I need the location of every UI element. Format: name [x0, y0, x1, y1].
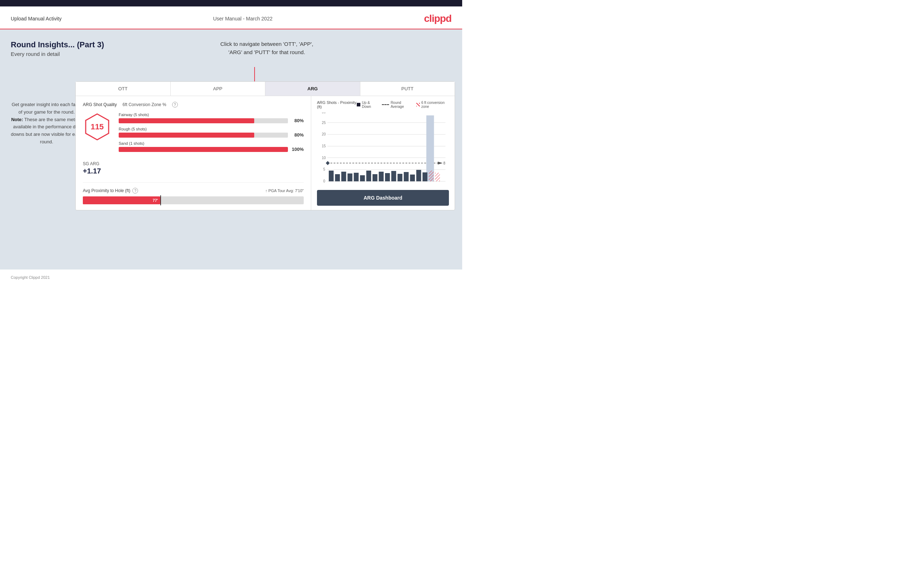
svg-rect-31	[385, 173, 390, 181]
svg-text:0: 0	[323, 179, 325, 183]
tab-app[interactable]: APP	[171, 82, 266, 96]
tab-putt[interactable]: PUTT	[360, 82, 455, 96]
top-bar	[0, 0, 462, 6]
svg-rect-24	[341, 172, 346, 181]
hex-container: 115 Fairway (5 shots) 80%	[83, 113, 304, 156]
main-content: Round Insights... (Part 3) Every round i…	[0, 29, 462, 269]
svg-rect-29	[373, 174, 378, 181]
svg-rect-22	[329, 171, 334, 181]
nav-hint-line1: Click to navigate between 'OTT', 'APP',	[221, 41, 313, 47]
bar-pct-rough: 80%	[291, 132, 304, 138]
svg-text:15: 15	[322, 144, 326, 148]
tab-bar: OTT APP ARG PUTT	[76, 82, 455, 96]
arg-dashboard-button[interactable]: ARG Dashboard	[317, 190, 449, 206]
nav-hint: Click to navigate between 'OTT', 'APP', …	[221, 40, 313, 56]
logo: clippd	[424, 13, 451, 24]
header: Upload Manual Activity User Manual - Mar…	[0, 6, 462, 29]
bar-label-fairway: Fairway (5 shots)	[119, 113, 304, 117]
bar-label-sand: Sand (1 shots)	[119, 141, 304, 145]
tab-arg[interactable]: ARG	[265, 82, 360, 96]
sg-value: +1.17	[83, 167, 304, 175]
legend-roundavg: Round Average	[382, 101, 412, 109]
bar-fill-rough	[119, 132, 254, 138]
bar-fill-fairway	[119, 118, 254, 123]
pga-avg: ↑ PGA Tour Avg: 7'10"	[265, 189, 304, 193]
sg-label: SG ARG	[83, 161, 304, 166]
left-description: Get greater insight into each facet of y…	[11, 101, 82, 146]
svg-rect-36	[416, 170, 421, 181]
svg-rect-27	[360, 175, 365, 181]
bar-row-sand: Sand (1 shots) 100%	[119, 141, 304, 152]
svg-rect-23	[335, 174, 340, 181]
doc-title: User Manual - March 2022	[213, 16, 273, 21]
proximity-bar-track: 77'	[83, 197, 304, 204]
left-desc-text1: Get greater insight into each facet of y…	[11, 102, 81, 115]
svg-text:25: 25	[322, 121, 326, 125]
bar-pct-sand: 100%	[291, 147, 304, 152]
proximity-title: Avg Proximity to Hole (ft)	[83, 188, 130, 193]
left-panel: ARG Shot Quality 6ft Conversion Zone % ?…	[76, 96, 311, 210]
upload-label: Upload Manual Activity	[11, 16, 62, 21]
svg-rect-33	[397, 174, 403, 181]
proximity-bar-value: 77'	[153, 198, 158, 203]
panel-subtitle: 6ft Conversion Zone %	[123, 102, 166, 107]
svg-text:20: 20	[322, 132, 326, 136]
svg-marker-19	[438, 162, 443, 164]
proximity-help-icon[interactable]: ?	[132, 188, 138, 193]
svg-rect-25	[347, 174, 352, 181]
svg-rect-41	[326, 161, 330, 165]
bar-bg-sand	[119, 147, 288, 152]
bar-fill-sand	[119, 147, 288, 152]
bar-row-rough: Rough (5 shots) 80%	[119, 127, 304, 138]
svg-rect-28	[367, 171, 372, 181]
legend-conversion-label: 6 ft conversion zone	[421, 101, 449, 109]
bar-pct-fairway: 80%	[291, 118, 304, 123]
panel-title: ARG Shot Quality	[83, 102, 117, 107]
nav-hint-line2: 'ARG' and 'PUTT' for that round.	[228, 49, 305, 55]
left-desc-note: Note:	[11, 117, 23, 122]
svg-rect-30	[379, 172, 384, 181]
svg-rect-40	[435, 173, 440, 181]
bar-track-rough: 80%	[119, 132, 304, 138]
proximity-cursor	[160, 195, 161, 205]
svg-rect-37	[422, 172, 427, 181]
legend-sq-updown	[357, 103, 360, 106]
svg-rect-35	[410, 174, 415, 181]
bar-row-fairway: Fairway (5 shots) 80%	[119, 113, 304, 123]
legend-updown: Up & Down	[357, 101, 378, 109]
svg-text:30: 30	[322, 113, 326, 114]
hexagon-badge: 115	[83, 113, 111, 141]
chart-legend: Up & Down Round Average 6 ft conversion …	[357, 101, 449, 109]
svg-rect-32	[391, 171, 396, 181]
legend-dash-roundavg	[382, 104, 389, 105]
panel-header: ARG Shot Quality 6ft Conversion Zone % ?	[83, 102, 304, 108]
card-body: ARG Shot Quality 6ft Conversion Zone % ?…	[76, 96, 455, 210]
svg-rect-26	[354, 173, 359, 181]
help-icon[interactable]: ?	[172, 102, 178, 108]
chart-title: ARG Shots - Proximity (ft)	[317, 100, 357, 109]
proximity-bar-fill: 77'	[83, 197, 160, 204]
shot-quality-bars: Fairway (5 shots) 80% Rough (5 shots)	[119, 113, 304, 156]
bar-bg-rough	[119, 132, 288, 138]
bar-label-rough: Rough (5 shots)	[119, 127, 304, 131]
proximity-section: Avg Proximity to Hole (ft) ? ↑ PGA Tour …	[83, 182, 304, 204]
legend-conversion: 6 ft conversion zone	[416, 101, 449, 109]
legend-roundavg-label: Round Average	[391, 101, 412, 109]
dashboard-card: OTT APP ARG PUTT ARG Shot Quality 6ft Co…	[75, 81, 455, 210]
svg-text:10: 10	[322, 156, 326, 160]
proximity-header: Avg Proximity to Hole (ft) ? ↑ PGA Tour …	[83, 188, 304, 193]
svg-text:8: 8	[444, 161, 446, 165]
sg-section: SG ARG +1.17	[83, 161, 304, 175]
bar-bg-fairway	[119, 118, 288, 123]
legend-hatch-conversion	[416, 103, 420, 106]
bar-track-sand: 100%	[119, 147, 304, 152]
svg-rect-39	[429, 171, 434, 181]
svg-rect-34	[404, 172, 409, 181]
legend-updown-label: Up & Down	[362, 101, 377, 109]
bar-track-fairway: 80%	[119, 118, 304, 123]
chart-area: 0 5 10 15 20 25 30	[317, 113, 449, 186]
right-panel: ARG Shots - Proximity (ft) Up & Down Rou…	[311, 96, 455, 210]
tab-ott[interactable]: OTT	[76, 82, 171, 96]
chart-header: ARG Shots - Proximity (ft) Up & Down Rou…	[317, 100, 449, 109]
copyright: Copyright Clippd 2021	[11, 275, 50, 280]
